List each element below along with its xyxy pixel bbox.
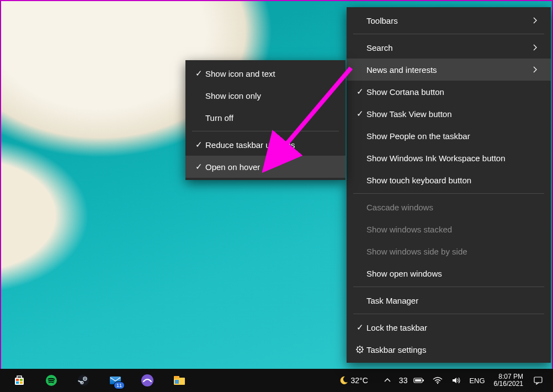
- submenu-item-open-on-hover[interactable]: ✓ Open on hover: [185, 156, 345, 178]
- clock[interactable]: 8:07 PM 6/16/2021: [491, 373, 527, 388]
- svg-point-30: [437, 383, 438, 384]
- svg-point-1: [359, 348, 360, 350]
- weather-widget[interactable]: 32°C: [339, 375, 368, 385]
- svg-rect-14: [16, 382, 19, 384]
- svg-point-23: [141, 374, 153, 386]
- menu-label: Turn off: [205, 113, 336, 123]
- mail-badge: 11: [114, 382, 125, 389]
- menu-item-show-taskview[interactable]: ✓ Show Task View button: [347, 103, 551, 125]
- menu-label: Lock the taskbar: [366, 323, 541, 332]
- chevron-right-icon: [533, 66, 541, 73]
- svg-line-9: [362, 347, 363, 347]
- moon-icon: [339, 375, 349, 385]
- svg-rect-11: [15, 378, 24, 385]
- divider: [353, 314, 544, 314]
- app-purple-icon[interactable]: [140, 373, 155, 388]
- check-icon: ✓: [353, 109, 366, 119]
- svg-rect-25: [174, 376, 179, 379]
- menu-item-search[interactable]: Search: [347, 36, 551, 59]
- system-tray: 32°C 33 ENG 8:07 PM 6/16/2021: [339, 373, 553, 388]
- menu-label: Taskbar settings: [366, 345, 541, 354]
- menu-label: Toolbars: [366, 16, 533, 25]
- microsoft-store-icon[interactable]: [12, 373, 26, 388]
- wifi-icon[interactable]: [430, 373, 445, 388]
- menu-label: Task Manager: [366, 296, 541, 305]
- menu-item-cascade[interactable]: Cascade windows: [347, 196, 551, 218]
- menu-item-lock-taskbar[interactable]: ✓ Lock the taskbar: [347, 316, 551, 338]
- menu-label: Show icon and text: [205, 69, 336, 78]
- taskbar-apps: 11: [0, 373, 187, 388]
- divider: [192, 131, 339, 131]
- submenu-item-show-icon-only[interactable]: Show icon only: [185, 84, 345, 107]
- action-center-icon[interactable]: [531, 373, 545, 388]
- file-explorer-icon[interactable]: [172, 373, 187, 388]
- svg-rect-15: [20, 382, 23, 384]
- tray-expand-icon[interactable]: [380, 373, 395, 388]
- svg-line-8: [357, 352, 358, 352]
- check-icon: ✓: [192, 140, 205, 150]
- menu-label: Cascade windows: [366, 203, 541, 212]
- menu-label: Show Windows Ink Workspace button: [366, 153, 541, 163]
- menu-item-taskbar-settings[interactable]: Taskbar settings: [347, 338, 551, 361]
- chevron-right-icon: [533, 17, 541, 24]
- menu-item-news-and-interests[interactable]: News and interests: [347, 59, 551, 81]
- check-icon: ✓: [353, 87, 366, 97]
- menu-item-stacked[interactable]: Show windows stacked: [347, 218, 551, 240]
- submenu-item-show-icon-text[interactable]: ✓ Show icon and text: [185, 62, 345, 84]
- divider: [353, 287, 544, 287]
- battery-icon[interactable]: [412, 373, 426, 388]
- svg-rect-26: [175, 380, 179, 384]
- steam-icon[interactable]: [76, 373, 91, 388]
- volume-icon[interactable]: [449, 373, 464, 388]
- menu-label: Show People on the taskbar: [366, 131, 541, 141]
- weather-temp: 32°C: [351, 376, 368, 385]
- tray-count[interactable]: 33: [399, 376, 408, 385]
- spotify-icon[interactable]: [44, 373, 59, 388]
- svg-rect-13: [20, 379, 23, 381]
- menu-item-toolbars[interactable]: Toolbars: [347, 9, 551, 31]
- svg-rect-28: [415, 379, 421, 382]
- language-indicator[interactable]: ENG: [468, 377, 486, 385]
- svg-rect-31: [534, 377, 542, 383]
- menu-item-show-cortana[interactable]: ✓ Show Cortana button: [347, 81, 551, 103]
- menu-item-sidebyside[interactable]: Show windows side by side: [347, 240, 551, 262]
- clock-date: 6/16/2021: [494, 380, 523, 388]
- menu-label: Show open windows: [366, 269, 541, 278]
- menu-label: News and interests: [366, 65, 533, 75]
- news-interests-submenu: ✓ Show icon and text Show icon only Turn…: [185, 60, 345, 180]
- menu-item-task-manager[interactable]: Task Manager: [347, 289, 551, 311]
- check-icon: ✓: [192, 162, 205, 172]
- menu-label: Show icon only: [205, 91, 336, 100]
- svg-point-19: [84, 378, 86, 380]
- check-icon: ✓: [353, 322, 366, 332]
- menu-label: Show Task View button: [366, 109, 541, 119]
- menu-item-show-ink[interactable]: Show Windows Ink Workspace button: [347, 147, 551, 169]
- menu-item-show-touchkb[interactable]: Show touch keyboard button: [347, 169, 551, 191]
- menu-label: Show windows stacked: [366, 225, 541, 234]
- check-icon: ✓: [192, 68, 205, 78]
- gear-icon: [353, 345, 366, 354]
- taskbar[interactable]: 11 32°C 33 ENG 8:07 PM 6/16/2021: [0, 369, 553, 392]
- svg-rect-29: [423, 380, 424, 382]
- menu-label: Search: [366, 43, 533, 52]
- submenu-item-reduce-updates[interactable]: ✓ Reduce taskbar updates: [185, 134, 345, 156]
- svg-line-7: [362, 352, 363, 352]
- menu-item-show-open-windows[interactable]: Show open windows: [347, 262, 551, 284]
- chevron-right-icon: [533, 44, 541, 51]
- menu-label: Open on hover: [205, 162, 336, 172]
- taskbar-context-menu: Toolbars Search News and interests ✓ Sho…: [347, 7, 551, 363]
- menu-label: Reduce taskbar updates: [205, 140, 336, 150]
- svg-point-17: [78, 375, 89, 386]
- divider: [353, 193, 544, 194]
- submenu-item-turn-off[interactable]: Turn off: [185, 107, 345, 129]
- mail-icon[interactable]: 11: [108, 373, 123, 388]
- svg-line-6: [357, 347, 358, 347]
- menu-label: Show windows side by side: [366, 247, 541, 256]
- menu-item-show-people[interactable]: Show People on the taskbar: [347, 125, 551, 147]
- svg-rect-12: [16, 379, 19, 381]
- divider: [353, 34, 544, 34]
- menu-label: Show Cortana button: [366, 87, 541, 97]
- menu-label: Show touch keyboard button: [366, 176, 541, 185]
